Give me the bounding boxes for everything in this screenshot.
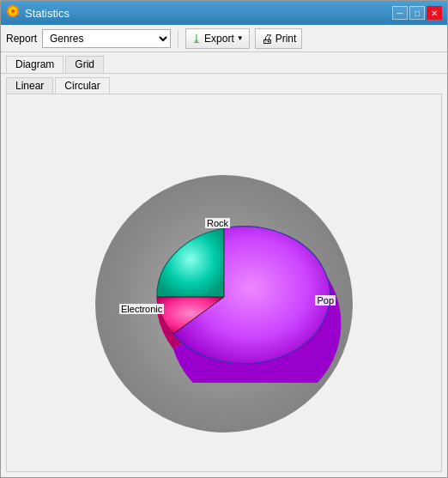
inner-tabs: Linear Circular — [1, 74, 447, 94]
label-electronic: Electronic — [119, 304, 164, 314]
tab-circular[interactable]: Circular — [55, 77, 109, 94]
chart-container: Rock Pop Electronic — [70, 137, 378, 429]
maximize-button[interactable]: □ — [409, 6, 425, 20]
close-button[interactable]: ✕ — [427, 6, 442, 20]
label-rock: Rock — [205, 218, 230, 228]
main-window: Statistics ─ □ ✕ Report Genres ⤓ Export … — [0, 0, 448, 478]
export-dropdown-icon: ▼ — [237, 34, 244, 42]
tab-linear[interactable]: Linear — [6, 77, 53, 94]
minimize-button[interactable]: ─ — [392, 6, 408, 20]
toolbar: Report Genres ⤓ Export ▼ 🖨 Print — [1, 25, 447, 52]
tab-diagram[interactable]: Diagram — [6, 56, 64, 73]
pie-svg — [104, 177, 344, 383]
print-icon: 🖨 — [261, 32, 273, 45]
print-label: Print — [275, 33, 297, 45]
window-title: Statistics — [25, 7, 70, 20]
title-bar: Statistics ─ □ ✕ — [1, 1, 447, 25]
label-pop: Pop — [315, 295, 336, 306]
pie-chart: Rock Pop Electronic — [104, 194, 344, 366]
tab-grid[interactable]: Grid — [65, 56, 104, 73]
window-controls: ─ □ ✕ — [392, 6, 442, 20]
print-button[interactable]: 🖨 Print — [255, 28, 303, 49]
export-icon: ⤓ — [191, 32, 202, 45]
export-button[interactable]: ⤓ Export ▼ — [185, 28, 250, 49]
export-label: Export — [204, 33, 234, 45]
outer-tabs: Diagram Grid — [1, 52, 447, 74]
report-label: Report — [6, 33, 37, 45]
toolbar-separator — [178, 30, 179, 47]
report-select[interactable]: Genres — [42, 29, 171, 48]
svg-point-2 — [11, 9, 15, 13]
app-icon — [6, 4, 20, 21]
chart-area: Rock Pop Electronic — [6, 94, 442, 472]
